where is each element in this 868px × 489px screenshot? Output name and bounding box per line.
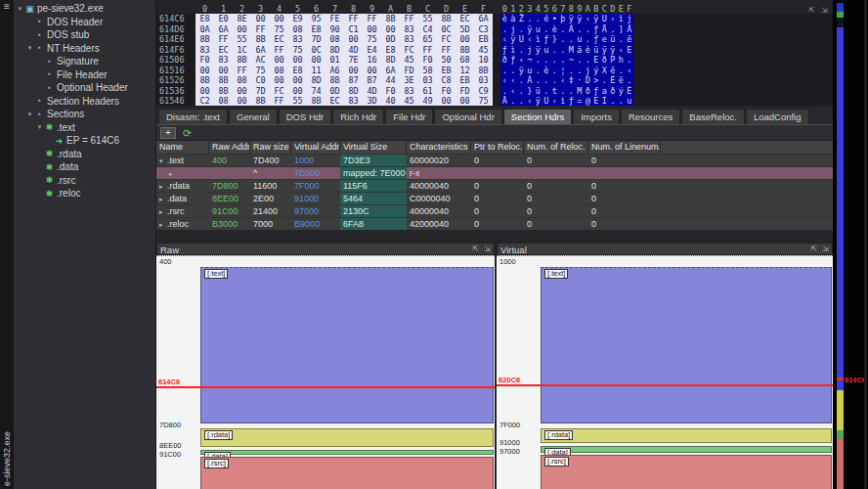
hex-byte[interactable]: 00 bbox=[344, 34, 363, 45]
ascii-char[interactable]: è bbox=[550, 24, 559, 35]
ascii-char[interactable]: . bbox=[534, 66, 542, 76]
sidebar-item-entry-point[interactable]: ➜EP = 614C6 bbox=[14, 134, 155, 148]
hex-byte[interactable]: EB bbox=[437, 66, 456, 76]
ascii-char[interactable]: ] bbox=[617, 24, 626, 35]
tab-section-hdrs[interactable]: Section Hdrs bbox=[503, 109, 572, 124]
section-row-rdata[interactable]: ▸.rdata7D800116007F000115F640000040000 bbox=[156, 179, 833, 192]
ascii-char[interactable]: . bbox=[517, 75, 526, 86]
hex-byte[interactable]: 95 bbox=[307, 14, 326, 24]
ascii-char[interactable]: . bbox=[534, 14, 542, 24]
ascii-char[interactable]: Ä bbox=[600, 24, 609, 35]
ascii-char[interactable]: P bbox=[609, 55, 618, 66]
hex-byte[interactable]: 00 bbox=[270, 55, 288, 66]
hex-byte[interactable]: FF bbox=[437, 45, 456, 56]
hex-byte[interactable]: 8B bbox=[214, 75, 233, 86]
hex-byte[interactable]: 00 bbox=[344, 66, 363, 76]
hex-byte[interactable]: 8B bbox=[251, 34, 270, 45]
hex-byte[interactable]: 8B bbox=[251, 96, 270, 106]
hex-byte[interactable]: FF bbox=[233, 66, 251, 76]
row-expander-icon[interactable]: ▸ bbox=[169, 170, 177, 178]
ascii-char[interactable]: . bbox=[526, 14, 535, 24]
hex-byte[interactable]: 03 bbox=[418, 75, 437, 86]
hex-byte[interactable]: 45 bbox=[400, 55, 418, 66]
hex-byte[interactable]: C8 bbox=[437, 75, 456, 86]
tab-basereloc-[interactable]: BaseReloc. bbox=[681, 109, 745, 124]
ascii-char[interactable]: . bbox=[609, 96, 618, 106]
hex-byte[interactable]: 65 bbox=[418, 34, 437, 45]
ascii-char[interactable]: ‹ bbox=[500, 75, 509, 86]
ascii-char[interactable]: j bbox=[509, 24, 518, 35]
ascii-char[interactable]: . bbox=[509, 96, 518, 106]
hex-byte[interactable]: 01 bbox=[326, 55, 344, 66]
hex-byte[interactable]: E8 bbox=[195, 14, 214, 24]
ascii-char[interactable]: I bbox=[600, 96, 609, 106]
hex-byte[interactable]: 00 bbox=[270, 14, 288, 24]
ascii-char[interactable]: þ bbox=[559, 14, 568, 24]
ascii-char[interactable]: ü bbox=[609, 34, 618, 45]
ascii-char[interactable]: ë bbox=[617, 75, 626, 86]
ascii-char[interactable]: . bbox=[534, 55, 542, 66]
ascii-char[interactable]: · bbox=[576, 75, 585, 86]
ascii-char[interactable]: Á bbox=[567, 24, 576, 35]
hex-byte[interactable]: 00 bbox=[195, 86, 214, 97]
hex-byte[interactable]: 8B bbox=[437, 14, 456, 24]
sidebar-item-dos-stub[interactable]: ▪DOS stub bbox=[14, 28, 155, 42]
hex-byte[interactable]: 8B bbox=[474, 66, 493, 76]
file-minimap[interactable]: 614C6 bbox=[833, 0, 868, 489]
ascii-char[interactable]: ì bbox=[509, 45, 518, 56]
undock-icon[interactable]: ⇱ bbox=[472, 244, 479, 253]
tab-file-hdr[interactable]: File Hdr bbox=[385, 109, 433, 124]
hex-byte[interactable]: FF bbox=[400, 14, 418, 24]
section-row-mapped[interactable]: ▸^7E000mapped: 7E000r-x bbox=[156, 166, 833, 179]
ascii-char[interactable]: ¬ bbox=[526, 55, 535, 66]
hex-byte[interactable]: 83 bbox=[400, 34, 418, 45]
ascii-char[interactable]: . bbox=[567, 34, 576, 45]
hex-byte[interactable]: 8D bbox=[344, 86, 363, 97]
ascii-char[interactable]: . bbox=[517, 86, 526, 97]
ascii-char[interactable]: a bbox=[600, 86, 609, 97]
ascii-char[interactable]: j bbox=[584, 66, 592, 76]
hex-byte[interactable]: FF bbox=[363, 14, 381, 24]
ascii-char[interactable]: E bbox=[592, 96, 601, 106]
ascii-char[interactable]: E bbox=[592, 55, 601, 66]
hex-byte[interactable]: 8D bbox=[307, 75, 326, 86]
expander-icon[interactable]: ▾ bbox=[25, 111, 34, 118]
hex-byte[interactable]: 00 bbox=[456, 96, 474, 106]
ascii-char[interactable]: è bbox=[542, 66, 551, 76]
hex-byte[interactable]: 16 bbox=[363, 55, 381, 66]
minimap-segment[interactable] bbox=[837, 18, 844, 27]
column-header-name[interactable]: Name bbox=[156, 141, 209, 154]
ascii-char[interactable]: . bbox=[509, 66, 518, 76]
hex-byte[interactable]: 8D bbox=[381, 55, 400, 66]
ascii-char[interactable]: ‡ bbox=[567, 75, 576, 86]
hex-byte[interactable]: EC bbox=[214, 45, 233, 56]
column-header-raw_addr[interactable]: Raw Addr. bbox=[209, 141, 250, 154]
hex-byte[interactable]: 7D bbox=[307, 34, 326, 45]
hex-byte[interactable]: 90 bbox=[326, 24, 344, 35]
maximize-icon[interactable]: ⇲ bbox=[484, 244, 491, 253]
hex-byte[interactable]: 00 bbox=[233, 24, 251, 35]
ascii-char[interactable]: U bbox=[517, 34, 526, 45]
hex-byte[interactable]: E8 bbox=[381, 45, 400, 56]
hex-byte[interactable]: 00 bbox=[288, 55, 307, 66]
tab-loadconfig[interactable]: LoadConfig bbox=[746, 109, 809, 124]
hex-byte[interactable]: 83 bbox=[400, 86, 418, 97]
hex-byte[interactable]: C0 bbox=[251, 75, 270, 86]
hex-byte[interactable]: F0 bbox=[437, 86, 456, 97]
hex-byte[interactable]: FD bbox=[400, 66, 418, 76]
section-row-text[interactable]: ▾.text4007D40010007D3E360000020000 bbox=[156, 154, 833, 166]
hex-byte[interactable]: 0A bbox=[195, 24, 214, 35]
ascii-char[interactable]: Ã bbox=[626, 24, 634, 35]
hex-byte[interactable]: 00 bbox=[233, 96, 251, 106]
hex-byte[interactable]: 1C bbox=[233, 45, 251, 56]
ascii-char[interactable]: h bbox=[617, 55, 626, 66]
hex-offset[interactable]: 61506 bbox=[156, 55, 195, 66]
hex-byte[interactable]: EB bbox=[456, 75, 474, 86]
hex-byte[interactable]: 00 bbox=[307, 55, 326, 66]
hex-byte[interactable]: FF bbox=[270, 96, 288, 106]
hex-byte[interactable]: 8B bbox=[195, 75, 214, 86]
hex-byte[interactable]: 75 bbox=[270, 24, 288, 35]
ascii-char[interactable]: Ž bbox=[517, 14, 526, 24]
row-expander-icon[interactable]: ▸ bbox=[159, 221, 167, 229]
hex-byte[interactable]: 08 bbox=[214, 96, 233, 106]
